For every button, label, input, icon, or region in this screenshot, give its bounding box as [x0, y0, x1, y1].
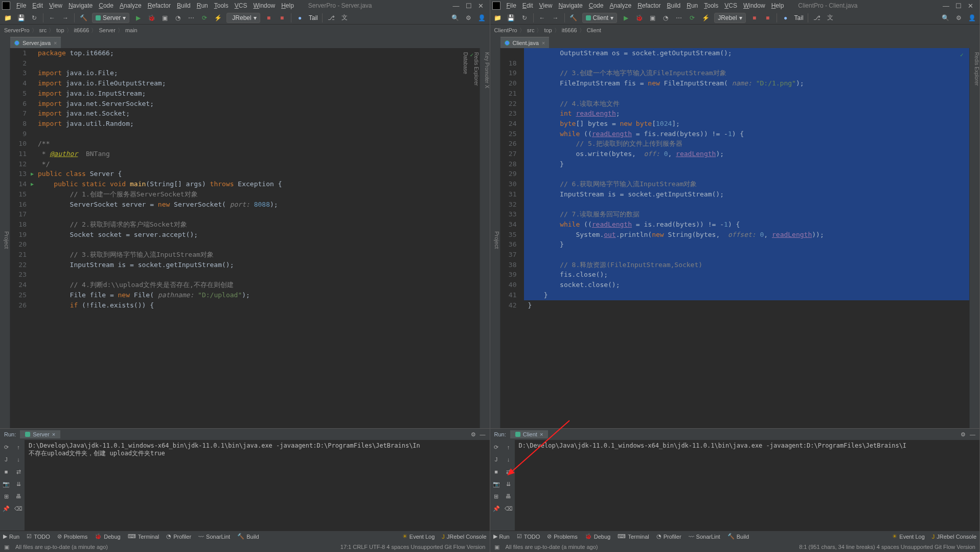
bottom-problems[interactable]: ⊘ Problems	[547, 533, 577, 540]
breadcrumb-item[interactable]: it6666	[562, 27, 577, 33]
menu-refactor[interactable]: Refactor	[145, 1, 174, 10]
code-editor-right[interactable]: ✓ OutputStream os = socket.getOutputStre…	[500, 48, 970, 428]
run-icon[interactable]: ▶	[133, 13, 143, 23]
code-line[interactable]: 28 }	[500, 159, 970, 169]
menu-help[interactable]: Help	[768, 1, 787, 10]
bottom-build[interactable]: 🔨 Build	[237, 533, 259, 540]
close-button[interactable]: ✕	[478, 2, 484, 10]
rerun-icon[interactable]: ⟳	[200, 13, 209, 23]
code-line[interactable]: 25 while ((readLength = fis.read(bytes))…	[500, 129, 970, 139]
code-line[interactable]: 32	[500, 200, 970, 210]
menu-run[interactable]: Run	[194, 1, 211, 10]
code-line[interactable]: 15 // 1.创建一个服务器ServerSocket对象	[10, 189, 480, 200]
breadcrumb-item[interactable]: main	[125, 27, 138, 33]
code-line[interactable]: 30 // 6.获取网络字节输入流InputStream对象	[500, 179, 970, 189]
settings-icon[interactable]: ⚙	[954, 13, 963, 23]
run-settings-icon[interactable]: ⚙	[961, 431, 966, 438]
stop-icon[interactable]: ■	[750, 13, 759, 23]
bottom-sonarlint[interactable]: 〰 SonarLint	[198, 534, 230, 540]
down-icon[interactable]: ↓	[505, 455, 513, 463]
run-config-selector[interactable]: Server▾	[92, 13, 129, 23]
breadcrumb-item[interactable]: top	[544, 27, 552, 33]
code-line[interactable]: 18 // 2.获取到请求的客户端Socket对象	[10, 219, 480, 230]
menu-vcs[interactable]: VCS	[721, 1, 740, 10]
breadcrumb-item[interactable]: Server	[99, 27, 115, 33]
code-line[interactable]: 16 ServerSocket server = new ServerSocke…	[10, 200, 480, 210]
run-gutter-icon[interactable]: ▶	[31, 169, 34, 179]
bottom-jrebel-console[interactable]: J JRebel Console	[932, 533, 976, 540]
code-line[interactable]: 29	[500, 169, 970, 179]
code-line[interactable]: 8import java.util.Random;	[10, 119, 480, 129]
menu-run[interactable]: Run	[683, 1, 701, 10]
more-icon[interactable]: ⋯	[187, 13, 196, 23]
forward-icon[interactable]: →	[61, 13, 70, 23]
stop-run-icon[interactable]: ■	[492, 468, 500, 476]
code-line[interactable]: 1package top.it6666;	[10, 48, 480, 58]
bottom-terminal[interactable]: ⌨ Terminal	[618, 533, 649, 540]
jrebel-selector[interactable]: JRebel▾	[714, 13, 745, 23]
rerun-icon[interactable]: ⟳	[688, 13, 697, 23]
menu-file[interactable]: File	[13, 1, 29, 10]
translate-icon[interactable]: 文	[340, 13, 349, 23]
minimize-button[interactable]: —	[943, 2, 949, 10]
code-line[interactable]: 39 fis.close();	[500, 270, 970, 280]
save-icon[interactable]: 💾	[16, 13, 26, 23]
code-line[interactable]: 12 */	[10, 159, 480, 169]
bottom-run[interactable]: ▶ Run	[3, 533, 19, 540]
project-tool[interactable]: Project	[490, 48, 500, 428]
tool-window-icon[interactable]: ▣	[494, 544, 499, 550]
run-tab[interactable]: Server ×	[20, 430, 60, 438]
avatar-icon[interactable]: 👤	[477, 13, 487, 23]
code-line[interactable]: 18	[500, 58, 970, 69]
code-line[interactable]: 23 int readLength;	[500, 108, 970, 119]
profile-icon[interactable]: ◔	[173, 13, 183, 23]
code-line[interactable]: 27 os.write(bytes, off: 0, readLength);	[500, 149, 970, 159]
bottom-debug[interactable]: 🐞 Debug	[585, 533, 610, 540]
bottom-build[interactable]: 🔨 Build	[727, 533, 749, 540]
code-line[interactable]: 3import java.io.File;	[10, 68, 480, 78]
stop-run-icon[interactable]: ■	[2, 468, 10, 476]
run-icon[interactable]: ▶	[621, 13, 630, 23]
tail-label[interactable]: Tail	[309, 14, 318, 21]
clear-icon[interactable]: ⌫	[14, 504, 22, 513]
editor-tab[interactable]: Server.java ×	[10, 37, 61, 48]
code-line[interactable]: 33 // 7.读取服务回写的数据	[500, 209, 970, 219]
menu-build[interactable]: Build	[664, 1, 684, 10]
close-tab-icon[interactable]: ×	[54, 40, 57, 46]
profile-icon[interactable]: ◔	[661, 13, 670, 23]
stop-icon[interactable]: ■	[264, 13, 274, 23]
bottom-profiler[interactable]: ◔ Profiler	[166, 533, 191, 540]
search-icon[interactable]: 🔍	[941, 13, 950, 23]
bottom-event-log[interactable]: ☀ Event Log	[402, 533, 435, 540]
code-line[interactable]: 26 // 5.把读取到的文件上传到服务器	[500, 139, 970, 149]
build-icon[interactable]: 🔨	[569, 13, 578, 23]
menu-build[interactable]: Build	[174, 1, 194, 10]
code-line[interactable]: 37	[500, 250, 970, 260]
debug-icon[interactable]: 🐞	[147, 13, 156, 23]
tail-label[interactable]: Tail	[794, 14, 804, 21]
breadcrumb-item[interactable]: ClientPro	[494, 27, 517, 33]
maximize-button[interactable]: ☐	[466, 2, 472, 10]
close-run-tab-icon[interactable]: ×	[52, 431, 55, 437]
tail-icon[interactable]: ●	[295, 13, 305, 23]
tool-redis-explorer[interactable]: Redis Explorer	[974, 52, 979, 428]
code-line[interactable]: 31 InputStream is = socket.getInputStrea…	[500, 189, 970, 200]
bottom-problems[interactable]: ⊘ Problems	[57, 533, 87, 540]
jrebel-tool-icon[interactable]: J	[492, 455, 500, 463]
close-button[interactable]: ✕	[968, 2, 973, 10]
code-line[interactable]: 10/**	[10, 139, 480, 149]
code-line[interactable]: 34 while ((readLength = is.read(bytes)) …	[500, 219, 970, 230]
menu-edit[interactable]: Edit	[29, 1, 46, 10]
translate-icon[interactable]: 文	[826, 13, 835, 23]
code-line[interactable]: 42}	[500, 300, 970, 311]
layout-icon[interactable]: ⊞	[492, 492, 500, 500]
camera-icon[interactable]: 📷	[2, 480, 10, 488]
bottom-jrebel-console[interactable]: J JRebel Console	[442, 533, 486, 540]
code-line[interactable]: 6import java.net.ServerSocket;	[10, 99, 480, 109]
bottom-todo[interactable]: ☑ TODO	[27, 533, 50, 540]
stop2-icon[interactable]: ■	[278, 13, 287, 23]
jrebel-tool-icon[interactable]: J	[2, 455, 10, 463]
up-icon[interactable]: ↑	[14, 443, 22, 451]
menu-code[interactable]: Code	[586, 1, 607, 10]
menu-view[interactable]: View	[536, 1, 556, 10]
